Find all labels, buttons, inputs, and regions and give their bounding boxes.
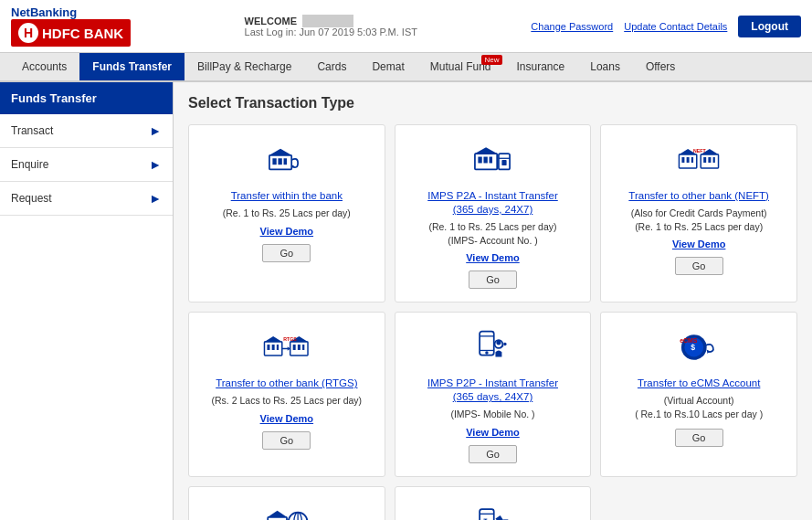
within-bank-go-button[interactable]: Go [262,244,311,262]
card-neft: NEFT Transfer to other bank (NEFT) (Also… [600,124,797,302]
imps-p2a-go-button[interactable]: Go [469,271,517,289]
rtgs-icon: RTGS [259,325,314,369]
svg-rect-4 [283,158,286,164]
welcome-label: WELCOME [245,16,417,27]
foreign-remittance-icon [259,500,314,520]
sidebar-item-request[interactable]: Request ► [0,182,173,216]
svg-rect-28 [271,345,274,350]
svg-rect-13 [502,160,507,165]
rtgs-go-button[interactable]: Go [262,431,311,450]
nav-billpay[interactable]: BillPay & Recharge [185,53,304,80]
card-imps-p2p: IMPS P2P - Instant Transfer(365 days, 24… [395,312,592,477]
neft-title[interactable]: Transfer to other bank (NEFT) [628,189,769,203]
svg-text:RTGS: RTGS [283,336,297,342]
svg-rect-34 [298,345,301,350]
svg-rect-16 [682,157,685,163]
neft-icon: NEFT [671,138,726,182]
last-login: Last Log in: Jun 07 2019 5:03 P.M. IST [245,27,417,37]
main-layout: Funds Transfer Transact ► Enquire ► Requ… [0,82,812,520]
imps-p2p-go-button[interactable]: Go [469,445,517,463]
card-foreign-remittance: Foreign Outward Remittance ( For Residen… [188,486,385,520]
hdfc-icon: H [18,23,38,43]
username-placeholder [302,15,353,27]
svg-rect-17 [687,157,690,163]
svg-text:eCMS: eCMS [680,337,698,344]
header: NetBanking H HDFC BANK WELCOME Last Log … [0,0,812,53]
svg-rect-35 [302,345,304,350]
within-bank-desc: (Re. 1 to Rs. 25 Lacs per day) [223,207,351,220]
svg-rect-18 [691,157,693,163]
within-bank-icon [259,138,314,182]
svg-rect-58 [480,509,495,520]
svg-rect-33 [293,345,296,350]
logout-button[interactable]: Logout [738,16,801,37]
svg-rect-9 [484,157,488,164]
nav-funds-transfer[interactable]: Funds Transfer [79,53,185,80]
bank-name: HDFC BANK [42,26,123,41]
nav-loans[interactable]: Loans [577,53,633,80]
svg-rect-49 [268,517,287,520]
card-within-bank: Transfer within the bank (Re. 1 to Rs. 2… [188,124,385,302]
imps-p2a-title[interactable]: IMPS P2A - Instant Transfer(365 days, 24… [427,189,558,217]
change-password-link[interactable]: Change Password [531,21,613,32]
svg-point-40 [486,352,489,355]
rtgs-desc: (Rs. 2 Lacs to Rs. 25 Lacs per day) [212,394,363,408]
svg-rect-10 [490,157,492,164]
svg-rect-2 [272,158,276,164]
svg-text:$: $ [691,344,695,353]
header-actions: Change Password Update Contact Details L… [531,16,801,37]
imps-p2p-view-demo[interactable]: View Demo [466,427,520,438]
nav-mutual-fund[interactable]: Mutual Fund New [417,53,504,80]
sidebar: Funds Transfer Transact ► Enquire ► Requ… [0,82,174,520]
svg-marker-7 [475,147,497,154]
nav-demat[interactable]: Demat [359,53,417,80]
svg-rect-22 [709,157,712,163]
transact-arrow-icon: ► [149,123,162,138]
svg-rect-23 [713,157,715,163]
neft-go-button[interactable]: Go [675,257,723,275]
ecms-go-button[interactable]: Go [675,429,723,447]
card-rtgs: RTGS Transfer to other bank (RTGS) (Rs. … [188,312,385,477]
content: Select Transaction Type Transfer within [174,82,812,520]
rtgs-view-demo[interactable]: View Demo [260,413,314,424]
ecms-title[interactable]: Transfer to eCMS Account [638,377,760,390]
welcome-area: WELCOME Last Log in: Jun 07 2019 5:03 P.… [245,16,417,37]
sidebar-item-enquire[interactable]: Enquire ► [0,148,173,182]
nav-insurance[interactable]: Insurance [504,53,578,80]
nav-accounts[interactable]: Accounts [9,53,79,80]
card-imps-p2a: IMPS P2A - Instant Transfer(365 days, 24… [395,124,592,302]
ecms-desc: (Virtual Account)( Re.1 to Rs.10 Lacs pe… [635,394,763,420]
imps-p2a-view-demo[interactable]: View Demo [466,252,520,263]
page-title: Select Transaction Type [188,95,797,111]
transaction-cards-grid: Transfer within the bank (Re. 1 to Rs. 2… [188,124,797,520]
card-ecms: $ eCMS Transfer to eCMS Account (Virtual… [600,312,797,477]
sidebar-title: Funds Transfer [0,82,173,114]
request-arrow-icon: ► [149,191,162,206]
netbanking-label: NetBanking [11,5,77,19]
rtgs-title[interactable]: Transfer to other bank (RTGS) [216,377,357,390]
svg-rect-8 [479,157,482,164]
cardless-cash-icon: ₹ [465,500,520,520]
card-cardless-cash: ₹ Cardless Cash Withdrawal Go [395,486,592,520]
svg-marker-26 [264,336,281,342]
neft-view-demo[interactable]: View Demo [672,239,726,249]
sidebar-item-transact[interactable]: Transact ► [0,114,173,148]
within-bank-view-demo[interactable]: View Demo [260,226,314,237]
nav-cards[interactable]: Cards [304,53,359,80]
svg-rect-21 [703,157,706,163]
logo-area: NetBanking H HDFC BANK [11,5,131,47]
ecms-icon: $ eCMS [671,325,726,369]
enquire-arrow-icon: ► [149,157,162,172]
imps-p2p-icon [465,325,520,369]
nav-offers[interactable]: Offers [633,53,688,80]
svg-rect-3 [278,158,281,164]
imps-p2p-title[interactable]: IMPS P2P - Instant Transfer(365 days, 24… [427,377,558,404]
update-contact-link[interactable]: Update Contact Details [624,21,727,32]
within-bank-title[interactable]: Transfer within the bank [231,189,343,203]
svg-point-43 [504,343,507,345]
svg-marker-48 [707,350,710,354]
svg-rect-27 [267,345,269,350]
svg-rect-29 [277,345,279,350]
svg-marker-50 [268,511,287,517]
svg-text:NEFT: NEFT [693,148,706,154]
